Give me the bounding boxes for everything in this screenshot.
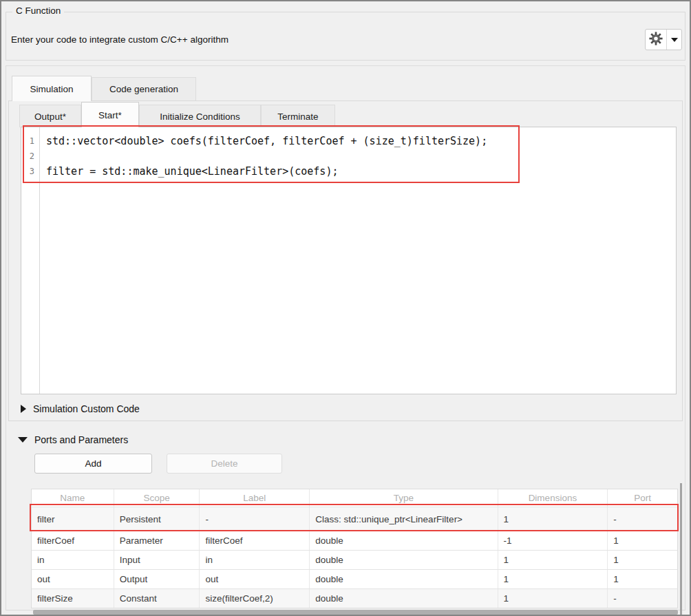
simulation-custom-code-section[interactable]: Simulation Custom Code bbox=[21, 402, 140, 416]
c-function-dialog: C Function Enter your code to integrate … bbox=[0, 0, 691, 616]
column-header-type[interactable]: Type bbox=[310, 489, 498, 507]
table-row-out[interactable]: out Output out double 1 1 bbox=[32, 569, 677, 588]
ports-and-parameters-section[interactable]: Ports and Parameters bbox=[18, 433, 128, 447]
table-header-row: Name Scope Label Type Dimensions Port bbox=[32, 489, 677, 507]
table-row-filtercoef[interactable]: filterCoef Parameter filterCoef double -… bbox=[32, 531, 677, 550]
cell-dimensions[interactable]: 1 bbox=[498, 570, 608, 588]
line-number: 3 bbox=[21, 164, 39, 179]
ports-parameters-table: Name Scope Label Type Dimensions Port fi… bbox=[31, 489, 678, 608]
settings-menu-arrow[interactable] bbox=[667, 38, 681, 42]
cell-type[interactable]: Class: std::unique_ptr<LinearFilter> bbox=[310, 507, 498, 531]
tab-terminate[interactable]: Terminate bbox=[261, 105, 335, 127]
simulation-custom-code-label: Simulation Custom Code bbox=[33, 403, 140, 414]
cell-type[interactable]: double bbox=[310, 531, 498, 550]
code-line: filter = std::make_unique<LinearFilter>(… bbox=[46, 164, 676, 179]
tab-start[interactable]: Start* bbox=[81, 102, 139, 127]
cell-dimensions[interactable]: -1 bbox=[498, 531, 608, 550]
add-button-label: Add bbox=[85, 458, 101, 469]
cell-scope[interactable]: Parameter bbox=[114, 531, 200, 550]
cell-dimensions[interactable]: 1 bbox=[498, 551, 608, 569]
cell-port[interactable]: 1 bbox=[608, 570, 677, 588]
tab-simulation-label: Simulation bbox=[30, 84, 73, 94]
cell-port[interactable]: 1 bbox=[608, 531, 677, 550]
cell-scope[interactable]: Input bbox=[114, 551, 200, 569]
cell-port[interactable]: 1 bbox=[608, 551, 677, 569]
cell-name[interactable]: filterSize bbox=[32, 589, 114, 608]
column-header-name[interactable]: Name bbox=[32, 489, 114, 507]
tab-start-label: Start* bbox=[98, 110, 122, 120]
table-vertical-scrollbar[interactable] bbox=[680, 483, 682, 615]
cell-name[interactable]: out bbox=[32, 570, 114, 588]
dialog-description: Enter your code to integrate custom C/C+… bbox=[11, 34, 228, 45]
tab-output[interactable]: Output* bbox=[19, 105, 81, 127]
delete-button[interactable]: Delete bbox=[167, 454, 282, 474]
cell-label[interactable]: filterCoef bbox=[200, 531, 310, 550]
code-editor[interactable]: 1 2 3 std::vector<double> coefs(filterCo… bbox=[21, 127, 677, 394]
line-number: 1 bbox=[21, 134, 39, 149]
triangle-right-icon bbox=[21, 405, 26, 413]
column-header-label[interactable]: Label bbox=[200, 489, 310, 507]
delete-button-label: Delete bbox=[211, 458, 237, 469]
column-header-port[interactable]: Port bbox=[608, 489, 677, 507]
column-header-scope[interactable]: Scope bbox=[114, 489, 200, 507]
tab-simulation[interactable]: Simulation bbox=[12, 76, 92, 101]
table-row-filter[interactable]: filter Persistent - Class: std::unique_p… bbox=[32, 507, 677, 531]
line-number-gutter: 1 2 3 bbox=[21, 127, 40, 394]
settings-button[interactable] bbox=[646, 30, 667, 50]
cell-type[interactable]: double bbox=[310, 551, 498, 569]
cell-port[interactable]: - bbox=[608, 589, 677, 608]
dialog-title: C Function bbox=[12, 6, 64, 16]
cell-label[interactable]: in bbox=[200, 551, 310, 569]
tab-initialize-conditions-label: Initialize Conditions bbox=[160, 111, 240, 122]
cell-port[interactable]: - bbox=[608, 507, 677, 531]
caret-down-icon bbox=[671, 38, 678, 42]
cell-dimensions[interactable]: 1 bbox=[498, 589, 608, 608]
cell-dimensions[interactable]: 1 bbox=[498, 507, 608, 531]
cell-scope[interactable]: Constant bbox=[114, 589, 200, 608]
cell-name[interactable]: filterCoef bbox=[32, 531, 114, 550]
gear-icon bbox=[649, 32, 663, 47]
code-text-area[interactable]: std::vector<double> coefs(filterCoef, fi… bbox=[40, 127, 676, 394]
cell-scope[interactable]: Output bbox=[114, 570, 200, 588]
cell-name[interactable]: filter bbox=[32, 507, 114, 531]
table-row-in[interactable]: in Input in double 1 1 bbox=[32, 550, 677, 569]
cell-label[interactable]: - bbox=[200, 507, 310, 531]
tab-code-generation-label: Code generation bbox=[109, 84, 178, 94]
tab-initialize-conditions[interactable]: Initialize Conditions bbox=[139, 105, 261, 127]
cell-type[interactable]: double bbox=[310, 570, 498, 588]
triangle-down-icon bbox=[18, 437, 28, 443]
column-header-dimensions[interactable]: Dimensions bbox=[498, 489, 608, 507]
add-button[interactable]: Add bbox=[34, 454, 152, 474]
tab-output-label: Output* bbox=[34, 111, 66, 122]
code-line bbox=[46, 149, 676, 164]
settings-split-button[interactable] bbox=[645, 29, 682, 50]
cell-name[interactable]: in bbox=[32, 551, 114, 569]
table-row-filtersize[interactable]: filterSize Constant size(filterCoef,2) d… bbox=[32, 588, 677, 608]
cell-label[interactable]: size(filterCoef,2) bbox=[200, 589, 310, 608]
ports-and-parameters-label: Ports and Parameters bbox=[34, 434, 128, 445]
line-number: 2 bbox=[21, 149, 39, 164]
code-line: std::vector<double> coefs(filterCoef, fi… bbox=[46, 134, 676, 149]
cell-scope[interactable]: Persistent bbox=[114, 507, 200, 531]
cell-type[interactable]: double bbox=[310, 589, 498, 608]
tab-terminate-label: Terminate bbox=[277, 111, 318, 122]
cell-label[interactable]: out bbox=[200, 570, 310, 588]
table-horizontal-scrollbar[interactable] bbox=[33, 610, 678, 615]
tab-code-generation[interactable]: Code generation bbox=[92, 77, 196, 100]
